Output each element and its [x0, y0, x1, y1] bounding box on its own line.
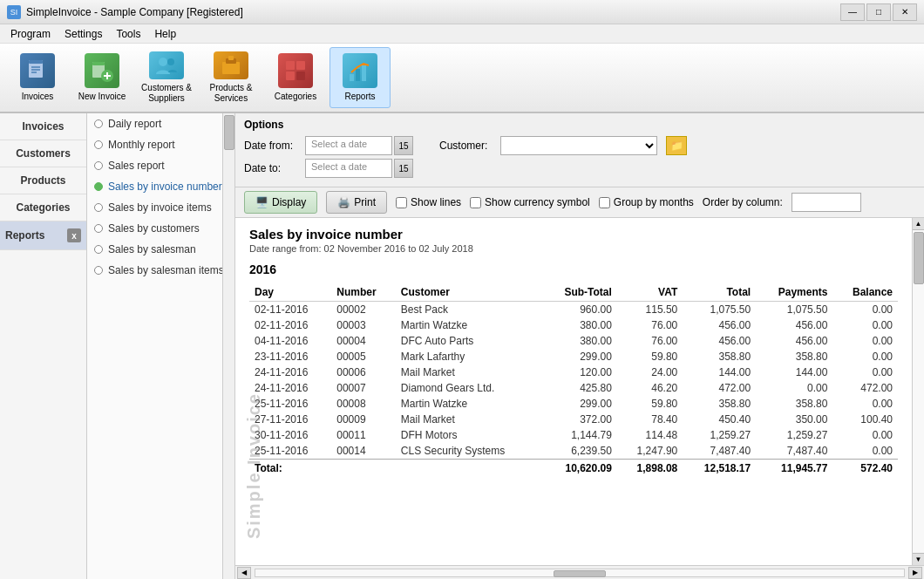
toolbar-customers[interactable]: Customers & Suppliers — [136, 47, 197, 108]
cell-total: 7,487.40 — [683, 443, 756, 460]
svg-rect-20 — [356, 69, 360, 81]
title-bar: SI SimpleInvoice - Sample Company [Regis… — [0, 0, 924, 24]
cell-subtotal: 380.00 — [543, 317, 617, 333]
menu-help[interactable]: Help — [147, 26, 183, 42]
right-scrollbar[interactable]: ▲ ▼ — [912, 218, 924, 565]
sidebar-item-invoices[interactable]: Invoices — [0, 113, 86, 140]
radio-salesman-items — [94, 266, 103, 275]
year-header: 2016 — [249, 262, 898, 276]
content-area: Options Date from: Select a date 15 Cust… — [235, 113, 924, 579]
cell-subtotal: 120.00 — [543, 364, 617, 380]
minimize-button[interactable]: — — [840, 3, 865, 21]
toolbar-products[interactable]: Products & Services — [200, 47, 262, 108]
col-customer: Customer — [396, 283, 543, 302]
report-item-daily[interactable]: Daily report — [87, 113, 234, 134]
cell-day: 02-11-2016 — [249, 302, 331, 318]
products-label: Products & Services — [205, 83, 257, 104]
cell-number: 00003 — [331, 317, 396, 333]
sidebar-item-products[interactable]: Products — [0, 167, 86, 194]
h-scroll-thumb — [554, 570, 606, 577]
scroll-up-btn[interactable]: ▲ — [913, 218, 924, 230]
new-invoice-icon — [85, 53, 119, 88]
order-by-label: Order by column: — [703, 196, 783, 208]
report-item-salesman-items[interactable]: Sales by salesman items — [87, 260, 234, 281]
scroll-down-btn[interactable]: ▼ — [913, 553, 924, 565]
date-from-btn[interactable]: 15 — [394, 136, 413, 155]
customer-folder-btn[interactable]: 📁 — [666, 136, 687, 155]
cell-customer: Martin Watzke — [396, 317, 543, 333]
controls-bar: 🖥️ Display 🖨️ Print Show lines Show curr… — [235, 187, 924, 218]
cell-subtotal: 960.00 — [543, 302, 617, 318]
date-from-field[interactable]: Select a date — [305, 136, 392, 155]
show-lines-input[interactable] — [396, 197, 407, 208]
group-by-months-checkbox[interactable]: Group by months — [599, 196, 694, 208]
date-from-label: Date from: — [244, 140, 296, 152]
toolbar-new-invoice[interactable]: New Invoice — [71, 47, 132, 108]
customer-select[interactable] — [500, 136, 657, 155]
show-currency-input[interactable] — [470, 197, 481, 208]
show-currency-label: Show currency symbol — [485, 196, 590, 208]
report-list-scrollbar[interactable] — [222, 113, 234, 579]
cell-total: 456.00 — [683, 317, 756, 333]
cell-vat: 76.00 — [617, 317, 683, 333]
cell-balance: 100.40 — [832, 412, 898, 427]
cell-number: 00011 — [331, 427, 396, 443]
report-item-sales[interactable]: Sales report — [87, 155, 234, 176]
cell-subtotal: 380.00 — [543, 333, 617, 349]
date-to-field[interactable]: Select a date — [305, 159, 392, 178]
display-button[interactable]: 🖥️ Display — [244, 191, 317, 214]
report-item-salesman[interactable]: Sales by salesman — [87, 239, 234, 260]
sidebar-reports-close[interactable]: x — [67, 228, 81, 242]
report-item-invoice-items[interactable]: Sales by invoice items — [87, 197, 234, 218]
table-row: 04-11-2016 00004 DFC Auto Parts 380.00 7… — [249, 333, 898, 349]
sidebar-item-customers[interactable]: Customers — [0, 140, 86, 167]
table-row: 25-11-2016 00008 Martin Watzke 299.00 59… — [249, 396, 898, 412]
menu-settings[interactable]: Settings — [58, 26, 109, 42]
toolbar-invoices[interactable]: Invoices — [7, 47, 68, 108]
maximize-button[interactable]: □ — [866, 3, 891, 21]
cell-subtotal: 6,239.50 — [543, 443, 617, 460]
radio-monthly — [94, 140, 103, 149]
show-lines-checkbox[interactable]: Show lines — [396, 196, 461, 208]
table-row: 02-11-2016 00002 Best Pack 960.00 115.50… — [249, 302, 898, 318]
close-button[interactable]: ✕ — [893, 3, 917, 21]
report-list-scroll[interactable]: Daily report Monthly report Sales report… — [87, 113, 234, 579]
report-table: Day Number Customer Sub-Total VAT Total … — [249, 283, 898, 477]
categories-label: Categories — [275, 92, 316, 102]
total-total: 12,518.17 — [683, 460, 756, 478]
group-by-months-input[interactable] — [599, 197, 610, 208]
date-to-btn[interactable]: 15 — [394, 159, 413, 178]
svg-rect-12 — [222, 62, 240, 74]
radio-invoice-items — [94, 203, 103, 212]
report-item-customers[interactable]: Sales by customers — [87, 218, 234, 239]
cell-customer: DFC Auto Parts — [396, 333, 543, 349]
sidebar-item-reports[interactable]: Reports x — [0, 221, 86, 250]
cell-number: 00009 — [331, 412, 396, 427]
menu-program[interactable]: Program — [3, 26, 58, 42]
sidebar-item-categories[interactable]: Categories — [0, 194, 86, 221]
table-row: 27-11-2016 00009 Mail Market 372.00 78.4… — [249, 412, 898, 427]
cell-customer: Martin Watzke — [396, 396, 543, 412]
menu-bar: Program Settings Tools Help — [0, 24, 924, 44]
cell-balance: 0.00 — [832, 349, 898, 364]
order-by-input[interactable] — [792, 193, 861, 212]
cell-customer: Mail Market — [396, 364, 543, 380]
show-currency-checkbox[interactable]: Show currency symbol — [470, 196, 590, 208]
scroll-right-btn[interactable]: ▶ — [908, 567, 922, 579]
menu-tools[interactable]: Tools — [109, 26, 147, 42]
cell-payments: 0.00 — [756, 380, 832, 396]
print-button[interactable]: 🖨️ Print — [326, 191, 387, 214]
radio-sales — [94, 161, 103, 170]
cell-total: 358.80 — [683, 396, 756, 412]
cell-payments: 144.00 — [756, 364, 832, 380]
print-icon: 🖨️ — [337, 196, 350, 208]
radio-customers — [94, 224, 103, 233]
cell-number: 00008 — [331, 396, 396, 412]
report-item-invoice-number[interactable]: Sales by invoice number — [87, 176, 234, 197]
report-item-monthly[interactable]: Monthly report — [87, 134, 234, 155]
scroll-left-btn[interactable]: ◀ — [237, 567, 251, 579]
svg-rect-1 — [29, 60, 43, 64]
options-bar: Options Date from: Select a date 15 Cust… — [235, 113, 924, 187]
toolbar-reports[interactable]: Reports — [330, 47, 391, 108]
toolbar-categories[interactable]: Categories — [265, 47, 326, 108]
